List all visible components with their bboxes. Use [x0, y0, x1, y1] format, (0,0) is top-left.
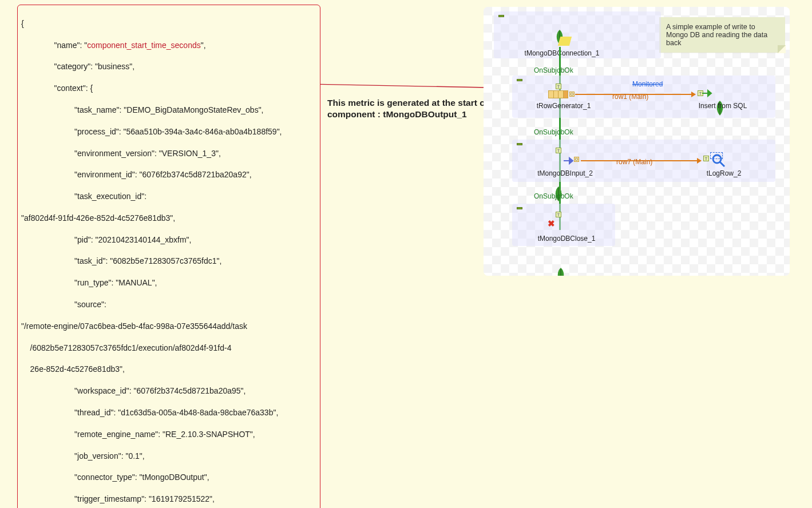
collapse-toggle-icon[interactable]: [498, 15, 504, 17]
json-line: "thread_id": "d1c63d5a-005a-4b48-8ada-98…: [21, 407, 316, 418]
json-metric-panel: { "name": "component_start_time_seconds"…: [17, 5, 320, 508]
json-line: "process_id": "56aa510b-394a-3a4c-846a-a…: [21, 126, 316, 137]
component-label[interactable]: tMongoDBConnection_1: [510, 49, 613, 57]
json-line: "connector_type": "tMongoDBOutput",: [21, 472, 316, 483]
port-t: T: [556, 148, 561, 153]
json-line: "pid": "20210423140144_xbxfm",: [21, 235, 316, 245]
json-line: /6082b5e71283057c3765fdc1/execution/af80…: [21, 343, 316, 354]
json-line: "trigger_timestamp": "1619179251522",: [21, 494, 316, 505]
svg-point-2: [713, 155, 721, 163]
flow-line-vertical: [559, 47, 561, 230]
component-label[interactable]: tMongoDBClose_1: [524, 235, 609, 243]
json-line: "environment_id": "6076f2b374c5d8721ba20…: [21, 169, 316, 180]
port-t: T: [556, 84, 561, 89]
component-label[interactable]: tLogRow_2: [695, 169, 752, 177]
collapse-toggle-icon[interactable]: [517, 79, 522, 81]
port-o: O: [569, 92, 575, 97]
input-arrow-icon: [702, 89, 712, 97]
json-line: {: [21, 18, 316, 29]
json-line: "/remote-engine/07ac6bea-d5eb-4fac-998a-…: [21, 321, 316, 332]
annotation-text: This metric is generated at the start of…: [327, 97, 499, 120]
json-line: "remote_engine_name": "RE_2.10.3-SNAPSHO…: [21, 429, 316, 440]
json-line: "run_type": "MANUAL",: [21, 277, 316, 288]
json-name-line: "name": "component_start_time_seconds",: [21, 40, 316, 51]
monitored-badge: Monitored: [632, 80, 663, 88]
svg-line-3: [720, 162, 724, 166]
magnifier-icon: [711, 153, 726, 168]
metric-name-value: component_start_time_seconds: [87, 41, 200, 50]
trigger-label: OnSubjobOk: [534, 192, 573, 200]
close-x-icon: ✖: [548, 219, 555, 229]
json-line: "task_execution_id":: [21, 191, 316, 202]
trigger-label: OnSubjobOk: [534, 66, 573, 74]
output-arrow-icon: [564, 157, 574, 165]
port-t: T: [556, 212, 561, 217]
port-t: T: [703, 156, 709, 161]
component-label[interactable]: tRowGenerator_1: [524, 102, 604, 110]
component-label[interactable]: Insert from SQL: [683, 102, 763, 110]
collapse-toggle-icon[interactable]: [517, 207, 522, 209]
component-label[interactable]: tMongoDBInput_2: [524, 169, 607, 177]
json-line: "workspace_id": "6076f2b374c5d8721ba20a9…: [21, 386, 316, 396]
talend-job-canvas[interactable]: A simple example of write to Mongo DB an…: [484, 7, 790, 276]
leaf-icon: [552, 267, 569, 276]
canvas-note: A simple example of write to Mongo DB an…: [659, 17, 785, 53]
json-line: "source":: [21, 299, 316, 310]
json-line: "context": {: [21, 83, 316, 94]
collapse-toggle-icon[interactable]: [517, 143, 522, 145]
port-o: O: [574, 157, 579, 162]
json-line: "task_id": "6082b5e71283057c3765fdc1",: [21, 256, 316, 267]
json-line: "af802d4f-91fd-426e-852d-4c5276e81db3",: [21, 213, 316, 224]
json-line: "category": "business",: [21, 61, 316, 72]
json-line: "environment_version": "VERSION_1_3",: [21, 148, 316, 159]
row-label: row7 (Main): [616, 158, 652, 166]
rowgenerator-icon: [548, 90, 568, 98]
json-line: "task_name": "DEMO_BigDataMongoStateRev_…: [21, 105, 316, 116]
json-line: "job_version": "0.1",: [21, 451, 316, 462]
json-line: 26e-852d-4c5276e81db3",: [21, 364, 316, 375]
trigger-label: OnSubjobOk: [534, 128, 573, 136]
db-plug-icon: [558, 37, 572, 46]
row-label: row1 (Main): [612, 93, 648, 101]
